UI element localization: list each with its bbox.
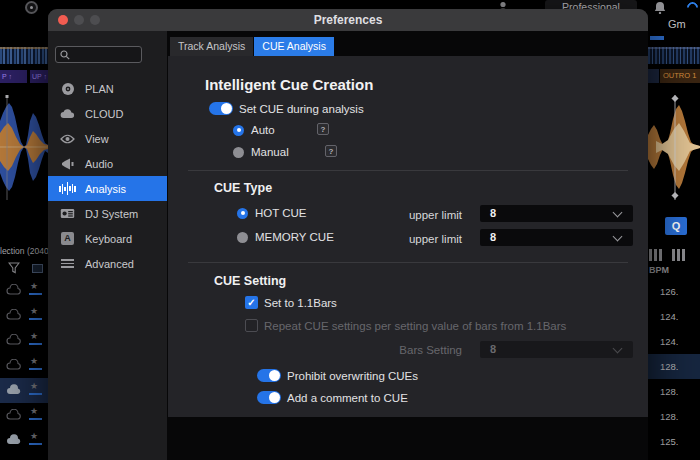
rating-bar bbox=[29, 418, 42, 420]
rating-star-icon[interactable]: ★ bbox=[30, 281, 38, 291]
auto-radio[interactable] bbox=[233, 125, 244, 136]
repeat-cue-checkbox-row: Repeat CUE settings per setting value of… bbox=[245, 319, 566, 332]
phrase-marker: UP ↑ bbox=[30, 70, 48, 83]
rating-bar bbox=[29, 368, 42, 370]
column-header-icon[interactable] bbox=[32, 264, 43, 273]
notification-bell-icon[interactable] bbox=[654, 1, 666, 14]
search-icon bbox=[60, 50, 70, 60]
hot-cue-limit-select[interactable]: 8 bbox=[480, 205, 633, 222]
prohibit-overwrite-toggle[interactable] bbox=[257, 369, 281, 382]
hot-cue-label: HOT CUE bbox=[255, 207, 307, 219]
rating-bar bbox=[29, 343, 42, 345]
analysis-tabs: Track Analysis CUE Analysis bbox=[170, 37, 334, 56]
bpm-value: 128. bbox=[648, 379, 700, 404]
sidebar-item-analysis[interactable]: Analysis bbox=[48, 176, 167, 201]
bpm-value: 125. bbox=[648, 429, 700, 454]
vinyl-disc-icon bbox=[60, 81, 75, 96]
close-button[interactable] bbox=[58, 15, 68, 25]
manual-help-icon[interactable]: ? bbox=[325, 145, 337, 157]
preferences-main-area: Track Analysis CUE Analysis Intelligent … bbox=[167, 31, 648, 460]
bpm-value: 124. bbox=[648, 304, 700, 329]
tab-track-analysis[interactable]: Track Analysis bbox=[170, 37, 253, 56]
set-cue-toggle[interactable] bbox=[209, 102, 233, 115]
set-bars-checkbox[interactable]: ✓ bbox=[245, 296, 258, 309]
rating-bar bbox=[29, 393, 42, 395]
preferences-sidebar: PLAN CLOUD View bbox=[48, 31, 167, 460]
cloud-icon bbox=[60, 106, 75, 121]
comment-toggle-label: Add a comment to CUE bbox=[287, 392, 408, 404]
add-comment-toggle[interactable] bbox=[257, 391, 281, 404]
rating-star-icon[interactable]: ★ bbox=[30, 331, 38, 341]
eye-icon bbox=[60, 131, 75, 146]
hot-cue-radio[interactable] bbox=[237, 208, 248, 219]
track-row-selected[interactable]: ★ bbox=[0, 378, 48, 403]
record-icon bbox=[25, 1, 38, 14]
cloud-off-icon bbox=[6, 309, 22, 321]
search-input[interactable] bbox=[55, 46, 142, 63]
sidebar-item-keyboard[interactable]: A Keyboard bbox=[48, 226, 167, 251]
track-row[interactable]: ★ bbox=[0, 403, 48, 428]
sidebar-item-plan[interactable]: PLAN bbox=[48, 76, 167, 101]
bpm-column: 126. 124. 124. 128. 128. 128. 125. bbox=[648, 279, 700, 454]
rating-star-icon[interactable]: ★ bbox=[30, 306, 38, 316]
track-row[interactable]: ★ bbox=[0, 328, 48, 353]
track-row[interactable]: ★ bbox=[0, 428, 48, 453]
memory-cue-radio[interactable] bbox=[237, 232, 248, 243]
section-divider bbox=[188, 262, 628, 263]
cloud-icon bbox=[6, 434, 22, 446]
tab-cue-analysis[interactable]: CUE Analysis bbox=[254, 37, 334, 56]
sidebar-item-audio[interactable]: Audio bbox=[48, 151, 167, 176]
section-divider bbox=[188, 170, 628, 171]
memory-cue-upper-limit-label: upper limit bbox=[368, 233, 462, 245]
rating-star-icon[interactable]: ★ bbox=[30, 406, 38, 416]
quantize-button[interactable]: Q bbox=[665, 217, 687, 235]
memory-cue-limit-select[interactable]: 8 bbox=[480, 229, 633, 246]
sidebar-item-dj-system[interactable]: DJ System bbox=[48, 201, 167, 226]
sidebar-item-label: Advanced bbox=[85, 258, 134, 270]
memory-cue-label: MEMORY CUE bbox=[255, 231, 334, 243]
hot-cue-limit-value: 8 bbox=[490, 207, 496, 219]
list-view-icon[interactable] bbox=[672, 249, 685, 261]
bars-setting-label: Bars Setting bbox=[348, 344, 462, 356]
rating-star-icon[interactable]: ★ bbox=[30, 356, 38, 366]
sidebar-item-label: DJ System bbox=[85, 208, 138, 220]
app-screen: P ↑ UP ↑ lection (2040 ★ ★ ★ bbox=[0, 0, 700, 460]
sidebar-item-cloud[interactable]: CLOUD bbox=[48, 101, 167, 126]
sidebar-item-advanced[interactable]: Advanced bbox=[48, 251, 167, 276]
speaker-icon bbox=[60, 156, 75, 171]
repeat-cue-checkbox-label: Repeat CUE settings per setting value of… bbox=[264, 320, 566, 332]
repeat-cue-checkbox[interactable] bbox=[245, 319, 258, 332]
track-row[interactable]: ★ bbox=[0, 353, 48, 378]
auto-help-icon[interactable]: ? bbox=[317, 123, 329, 135]
grid-view-icon[interactable] bbox=[649, 249, 662, 261]
background-right-strip: Gm OUTRO 1 Q BPM 126. 124. 124. 128. 128… bbox=[648, 0, 700, 460]
dialog-titlebar[interactable]: Preferences bbox=[48, 9, 648, 31]
rating-bar bbox=[29, 443, 42, 445]
filter-icon[interactable] bbox=[8, 262, 20, 274]
track-row[interactable]: ★ bbox=[0, 303, 48, 328]
section-heading-cue-type: CUE Type bbox=[214, 181, 272, 195]
waveform-icon bbox=[60, 181, 75, 196]
track-row[interactable]: ★ bbox=[0, 278, 48, 303]
bpm-column-header[interactable]: BPM bbox=[649, 265, 669, 275]
set-cue-toggle-row: Set CUE during analysis bbox=[209, 102, 364, 115]
auto-radio-label: Auto bbox=[251, 124, 275, 136]
hot-cue-upper-limit-label: upper limit bbox=[368, 209, 462, 221]
track-list-fragment: ★ ★ ★ ★ ★ ★ ★ bbox=[0, 278, 48, 453]
hamburger-lines-icon bbox=[60, 256, 75, 271]
rating-star-icon[interactable]: ★ bbox=[30, 431, 38, 441]
memory-cue-limit-value: 8 bbox=[490, 231, 496, 243]
section-heading-cue-setting: CUE Setting bbox=[214, 274, 286, 288]
deck-waveform-right bbox=[648, 95, 700, 200]
cloud-sync-icon[interactable] bbox=[685, 0, 700, 15]
background-left-strip: P ↑ UP ↑ lection (2040 ★ ★ ★ bbox=[0, 0, 48, 460]
collection-label: lection (2040 bbox=[0, 246, 48, 256]
track-key-label: Gm bbox=[668, 18, 686, 30]
sidebar-item-view[interactable]: View bbox=[48, 126, 167, 151]
rating-star-icon[interactable]: ★ bbox=[30, 381, 38, 391]
phrase-marker: P ↑ bbox=[0, 70, 27, 83]
manual-radio[interactable] bbox=[233, 147, 244, 158]
preferences-dialog: Preferences bbox=[48, 9, 648, 460]
hot-cue-radio-row: HOT CUE bbox=[237, 207, 307, 219]
sidebar-item-label: Keyboard bbox=[85, 233, 132, 245]
